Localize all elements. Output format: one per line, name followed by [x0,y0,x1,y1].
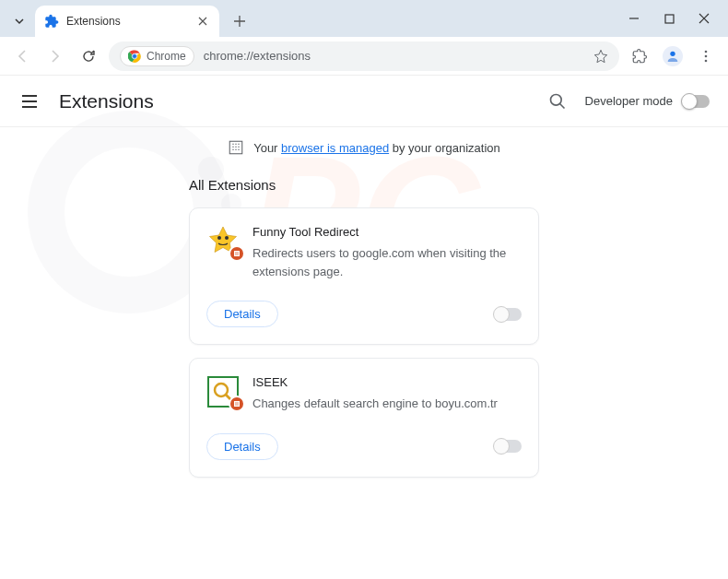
building-icon [228,139,244,156]
arrow-left-icon [15,49,29,64]
banner-text-prefix: Your [253,141,281,155]
browser-toolbar: Chrome chrome://extensions [0,37,728,76]
page-title: Extensions [59,90,541,112]
kebab-menu-icon [699,49,713,64]
tab-title: Extensions [66,15,195,28]
tab-close-button[interactable] [195,14,210,29]
developer-mode-label: Developer mode [585,94,673,108]
reload-icon [81,49,96,64]
site-info-label: Chrome [147,50,186,63]
page-header: Extensions Developer mode [0,76,728,127]
window-minimize-button[interactable] [627,11,641,26]
browser-menu-button[interactable] [693,43,719,69]
developer-mode-toggle[interactable] [682,95,710,108]
svg-point-7 [705,59,708,62]
policy-badge-icon [229,396,245,412]
site-info-chip[interactable]: Chrome [120,46,194,66]
extension-description: Redirects users to google.com when visit… [252,244,522,280]
search-extensions-button[interactable] [541,85,574,118]
main-menu-button[interactable] [18,90,41,112]
chrome-logo-icon [128,50,141,63]
section-title: All Extensions [189,177,539,193]
extension-card: ISEEK Changes default search engine to b… [189,358,539,478]
svg-point-6 [705,54,708,57]
chevron-down-icon [14,16,25,27]
banner-text-suffix: by your organization [389,141,500,155]
minimize-icon [628,13,640,24]
extension-enable-toggle[interactable] [494,440,522,453]
extension-icon [206,225,240,258]
window-close-button[interactable] [697,11,711,26]
extension-name: Funny Tool Redirect [252,225,522,239]
details-button[interactable]: Details [206,433,278,460]
close-icon [699,13,710,24]
svg-rect-15 [234,401,240,407]
extension-puzzle-icon [44,14,59,29]
bookmark-star-icon[interactable] [593,49,608,64]
extension-card: Funny Tool Redirect Redirects users to g… [189,207,539,345]
browser-managed-link[interactable]: browser is managed [281,141,389,155]
close-icon [198,17,207,26]
avatar-icon [663,46,683,66]
svg-point-11 [225,236,229,240]
reload-button[interactable] [76,43,101,69]
managed-banner: Your browser is managed by your organiza… [0,127,728,168]
tab-bar: Extensions [0,0,728,37]
browser-tab[interactable]: Extensions [35,6,219,37]
extension-description: Changes default search engine to boyu.co… [252,395,522,413]
new-tab-button[interactable] [227,8,252,34]
policy-badge-icon [229,245,245,262]
plus-icon [233,15,246,28]
puzzle-icon [631,48,648,65]
extension-enable-toggle[interactable] [494,308,522,321]
tab-search-dropdown[interactable] [7,9,31,33]
extensions-content: All Extensions Funny Tool Redirect Redir… [0,168,728,500]
details-button[interactable]: Details [206,301,278,327]
back-button[interactable] [9,43,35,69]
url-text: chrome://extensions [204,49,584,63]
extensions-button[interactable] [627,43,652,69]
svg-rect-12 [234,251,240,256]
hamburger-icon [21,93,38,110]
forward-button[interactable] [42,43,68,69]
arrow-right-icon [48,49,63,64]
svg-point-3 [133,53,137,58]
profile-button[interactable] [660,43,686,69]
svg-rect-0 [665,15,674,23]
extension-name: ISEEK [252,375,522,389]
svg-point-10 [217,236,221,240]
developer-mode-control: Developer mode [585,94,710,108]
extension-icon [206,375,240,408]
search-icon [548,92,567,111]
svg-point-8 [550,94,561,105]
maximize-icon [664,14,675,24]
address-bar[interactable]: Chrome chrome://extensions [109,41,619,71]
svg-point-5 [705,50,708,53]
svg-rect-9 [229,141,242,154]
window-maximize-button[interactable] [662,11,676,26]
svg-point-4 [670,51,675,55]
